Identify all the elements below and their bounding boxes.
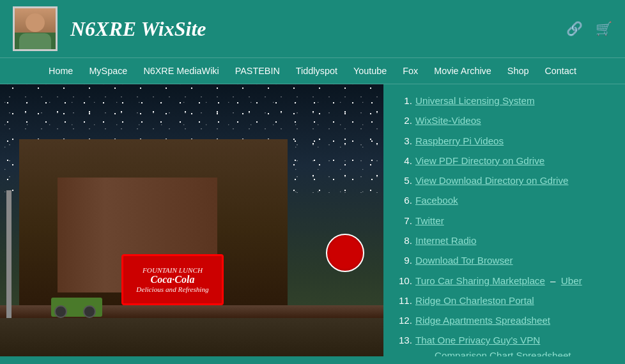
header: N6XRE WixSite 🔗 🛒 xyxy=(0,0,625,57)
list-item: 10. Turo Car Sharing Marketplace – Uber xyxy=(396,274,612,287)
list-item: 3. Raspberry Pi Videos xyxy=(396,134,612,148)
links-panel: 1. Universal Licensing System 2. WixSite… xyxy=(383,84,625,356)
hero-image: FOUNTAIN LUNCH Coca·Cola Delicious and R… xyxy=(0,84,383,356)
list-item: 6. Facebook xyxy=(396,193,612,207)
nav-mediawiki[interactable]: N6XRE MediaWiki xyxy=(137,63,225,79)
link-facebook[interactable]: Facebook xyxy=(415,193,458,207)
link-internet-radio[interactable]: Internet Radio xyxy=(415,234,476,247)
link-raspberry-pi[interactable]: Raspberry Pi Videos xyxy=(415,134,504,148)
nav-myspace[interactable]: MySpace xyxy=(82,63,134,79)
nav-movie-archive[interactable]: Movie Archive xyxy=(428,63,498,79)
link-turo[interactable]: Turo Car Sharing Marketplace xyxy=(415,275,545,286)
list-item: 4. View PDF Directory on Gdrive xyxy=(396,154,612,167)
link-tor-browser[interactable]: Download Tor Browser xyxy=(415,254,513,267)
list-item: 7. Twitter xyxy=(396,214,612,227)
link-uber[interactable]: Uber xyxy=(561,275,582,286)
nav-tiddlyspot[interactable]: Tiddlyspot xyxy=(289,63,344,79)
nav-home[interactable]: Home xyxy=(42,63,79,79)
link-ridge-charleston[interactable]: Ridge On Charleston Portal xyxy=(415,294,534,307)
list-item: 8. Internet Radio xyxy=(396,234,612,247)
link-ridge-apartments[interactable]: Ridge Apartments Spreadsheet xyxy=(415,314,550,327)
site-title: N6XRE WixSite xyxy=(70,17,553,41)
link-download-gdrive[interactable]: View Download Directory on Gdrive xyxy=(415,174,568,187)
cart-icon[interactable]: 🛒 xyxy=(596,21,612,36)
main-content: FOUNTAIN LUNCH Coca·Cola Delicious and R… xyxy=(0,84,625,356)
link-list: 1. Universal Licensing System 2. WixSite… xyxy=(396,94,612,356)
nav-youtube[interactable]: Youtube xyxy=(347,63,393,79)
link-pdf-gdrive[interactable]: View PDF Directory on Gdrive xyxy=(415,154,544,167)
link-comparison-chart[interactable]: Comparison Chart Spreadsheet xyxy=(435,350,571,356)
nav-pastebin[interactable]: PASTEBIN xyxy=(229,63,286,79)
link-icon[interactable]: 🔗 xyxy=(566,21,583,36)
list-item: 2. WixSite-Videos xyxy=(396,114,612,127)
list-item: 11. Ridge On Charleston Portal xyxy=(396,294,612,307)
link-privacy-vpn[interactable]: That One Privacy Guy's VPN xyxy=(415,333,540,347)
link-wixsite-videos[interactable]: WixSite-Videos xyxy=(415,114,481,127)
list-item: 13. That One Privacy Guy's VPN Compariso… xyxy=(396,333,612,356)
link-twitter[interactable]: Twitter xyxy=(415,214,444,227)
nav-fox[interactable]: Fox xyxy=(396,63,424,79)
list-item: 12. Ridge Apartments Spreadsheet xyxy=(396,314,612,327)
avatar xyxy=(13,6,58,51)
nav: Home MySpace N6XRE MediaWiki PASTEBIN Ti… xyxy=(0,57,625,84)
nav-contact[interactable]: Contact xyxy=(538,63,583,79)
list-item: 5. View Download Directory on Gdrive xyxy=(396,174,612,187)
list-item: 1. Universal Licensing System xyxy=(396,94,612,107)
header-icons: 🔗 🛒 xyxy=(566,21,612,36)
link-universal-licensing[interactable]: Universal Licensing System xyxy=(415,94,535,107)
coca-cola-sign: FOUNTAIN LUNCH Coca·Cola Delicious and R… xyxy=(121,254,224,305)
nav-shop[interactable]: Shop xyxy=(501,63,536,79)
list-item: 9. Download Tor Browser xyxy=(396,254,612,267)
